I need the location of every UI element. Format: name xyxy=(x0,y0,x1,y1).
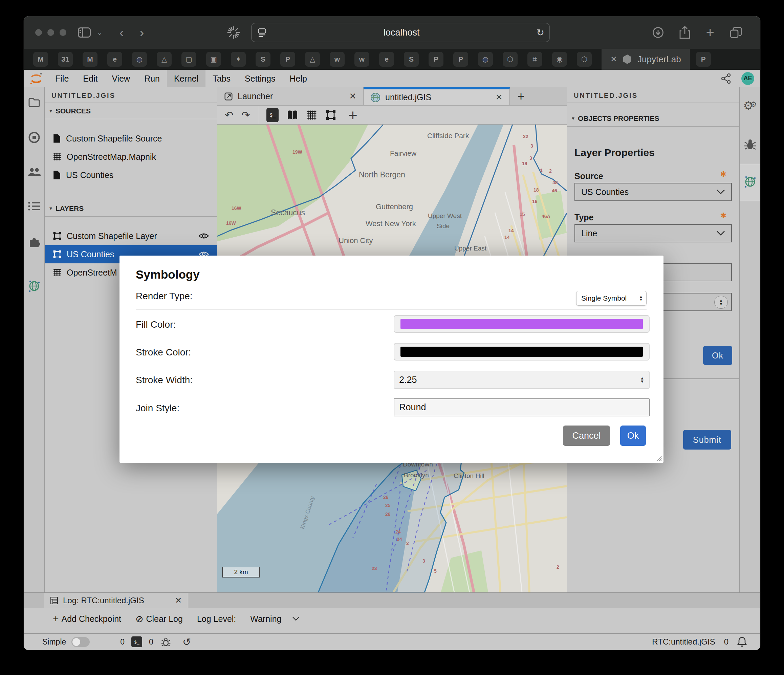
fill-color-swatch[interactable] xyxy=(400,319,643,329)
downloads-icon[interactable] xyxy=(652,27,664,38)
render-type-select[interactable]: Single Symbol ▲▼ xyxy=(576,291,647,306)
bookmark-favicon[interactable]: ▢ xyxy=(182,52,196,67)
pinned-tab-label[interactable]: JupyterLab xyxy=(638,54,681,65)
redo-icon[interactable]: ↷ xyxy=(241,109,250,121)
stroke-color-swatch[interactable] xyxy=(400,347,643,357)
stroke-color-input[interactable] xyxy=(394,343,650,361)
log-panel-tab[interactable]: Log: RTC:untitled.jGIS ✕ xyxy=(44,593,188,608)
bookmark-favicon[interactable]: P xyxy=(280,52,295,67)
bookmark-favicon[interactable]: S xyxy=(404,52,419,67)
bookmark-favicon[interactable]: 31 xyxy=(58,52,73,67)
add-checkpoint-button[interactable]: + Add Checkpoint xyxy=(53,613,121,625)
close-tab-icon[interactable]: ✕ xyxy=(610,54,617,64)
stepper-arrows[interactable]: ▲▼ xyxy=(640,376,644,383)
traffic-lights[interactable] xyxy=(35,29,66,36)
undo-icon[interactable]: ↶ xyxy=(225,109,233,121)
bookmark-favicon[interactable]: P xyxy=(696,52,711,67)
bookmark-favicon[interactable]: ◉ xyxy=(552,52,567,67)
layer-item-custom-shapefile[interactable]: Custom Shapefile Layer xyxy=(45,227,217,245)
menu-help[interactable]: Help xyxy=(282,70,314,87)
resize-grip-icon[interactable] xyxy=(655,454,662,461)
extension-manager-icon[interactable] xyxy=(28,235,40,248)
source-item-osm-mapnik[interactable]: OpenStreetMap.Mapnik xyxy=(45,148,217,166)
file-browser-icon[interactable] xyxy=(28,97,40,108)
fill-color-input[interactable] xyxy=(394,315,650,333)
submit-button[interactable]: Submit xyxy=(683,430,731,449)
add-vector-icon[interactable] xyxy=(325,110,336,121)
new-launcher-button[interactable]: + xyxy=(510,87,532,105)
tab-launcher[interactable]: Launcher ✕ xyxy=(217,87,364,105)
debugger-bug-icon[interactable] xyxy=(744,138,756,150)
type-select[interactable]: Line xyxy=(574,224,732,243)
collaborators-icon[interactable] xyxy=(27,167,41,177)
menu-kernel[interactable]: Kernel xyxy=(167,70,205,87)
stroke-width-input[interactable]: 2.25 ▲▼ xyxy=(394,371,650,389)
chevron-down-icon[interactable]: ⌄ xyxy=(97,29,103,36)
simple-mode-toggle[interactable] xyxy=(72,637,90,647)
source-item-us-counties[interactable]: US Counties xyxy=(45,166,217,184)
console-icon[interactable]: $_ xyxy=(266,108,278,122)
menu-settings[interactable]: Settings xyxy=(238,70,282,87)
close-tab-icon[interactable]: ✕ xyxy=(349,91,356,101)
bookmark-favicon[interactable]: M xyxy=(33,52,48,67)
bookmark-favicon[interactable]: △ xyxy=(157,52,172,67)
pinned-tab-jupyterlab[interactable]: ✕ JupyterLab xyxy=(602,49,690,70)
bell-icon[interactable] xyxy=(737,636,747,647)
jupytergis-globe-icon[interactable] xyxy=(27,279,41,292)
bookmark-favicon[interactable]: e xyxy=(107,52,122,67)
history-icon[interactable]: ↺ xyxy=(182,636,191,648)
bookmark-favicon[interactable]: ◍ xyxy=(478,52,493,67)
source-select[interactable]: US Counties xyxy=(574,183,732,201)
cancel-button[interactable]: Cancel xyxy=(563,426,610,446)
terminal-badge-icon[interactable]: $_ xyxy=(131,636,142,647)
minimize-window-button[interactable] xyxy=(47,29,54,36)
tab-untitled-jgis[interactable]: untitled.jGIS ✕ xyxy=(364,87,510,105)
bookmark-favicon[interactable]: w xyxy=(330,52,345,67)
new-tab-button[interactable]: + xyxy=(706,25,714,40)
visibility-eye-icon[interactable] xyxy=(199,233,209,240)
bookmark-favicon[interactable]: S xyxy=(255,52,271,67)
basemap-book-icon[interactable] xyxy=(287,110,298,120)
objects-properties-header[interactable]: ▾ OBJECTS PROPERTIES xyxy=(567,110,739,127)
reader-view-icon[interactable] xyxy=(257,28,267,37)
close-window-button[interactable] xyxy=(35,29,42,36)
bookmark-favicon[interactable]: ▣ xyxy=(206,52,221,67)
bookmark-favicon[interactable]: e xyxy=(379,52,394,67)
layers-section-header[interactable]: ▾ LAYERS xyxy=(45,201,217,217)
menu-view[interactable]: View xyxy=(104,70,137,87)
log-level-select[interactable]: Warning xyxy=(250,614,300,624)
bookmark-favicon[interactable]: △ xyxy=(305,52,320,67)
bookmark-favicon[interactable]: ✦ xyxy=(231,52,246,67)
table-of-contents-icon[interactable] xyxy=(28,201,40,211)
close-tab-icon[interactable]: ✕ xyxy=(495,92,503,103)
add-raster-icon[interactable] xyxy=(306,110,317,121)
menu-file[interactable]: File xyxy=(48,70,76,87)
menu-run[interactable]: Run xyxy=(137,70,167,87)
dialog-ok-button[interactable]: Ok xyxy=(620,426,646,446)
panel-ok-button[interactable]: Ok xyxy=(703,346,732,365)
menu-edit[interactable]: Edit xyxy=(76,70,104,87)
bookmark-favicon[interactable]: ⬡ xyxy=(503,52,518,67)
menu-tabs[interactable]: Tabs xyxy=(205,70,238,87)
tab-overview-icon[interactable] xyxy=(730,27,742,38)
close-log-icon[interactable]: ✕ xyxy=(175,596,182,605)
sources-section-header[interactable]: ▾ SOURCES xyxy=(45,103,217,119)
running-sessions-icon[interactable] xyxy=(28,131,40,143)
url-text[interactable]: localhost xyxy=(267,27,537,38)
share-icon[interactable] xyxy=(680,26,690,39)
join-style-select[interactable]: Round xyxy=(394,398,650,416)
bookmark-favicon[interactable]: P xyxy=(453,52,468,67)
bookmark-favicon[interactable]: M xyxy=(82,52,98,67)
bookmark-favicon[interactable]: P xyxy=(429,52,443,67)
stepper-arrows[interactable]: ▲▼ xyxy=(714,296,728,309)
sidebar-toggle-icon[interactable] xyxy=(78,27,91,37)
bookmark-favicon[interactable]: ⬡ xyxy=(577,52,592,67)
clear-log-button[interactable]: ⊘ Clear Log xyxy=(135,613,183,625)
forward-button[interactable]: › xyxy=(140,26,144,39)
back-button[interactable]: ‹ xyxy=(120,26,124,39)
status-bug-icon[interactable] xyxy=(161,637,171,647)
source-item-custom-shapefile[interactable]: Custom Shapefile Source xyxy=(45,129,217,148)
bookmark-favicon[interactable]: w xyxy=(355,52,369,67)
reload-icon[interactable]: ↻ xyxy=(537,27,544,38)
address-bar[interactable]: localhost ↻ xyxy=(251,23,550,42)
